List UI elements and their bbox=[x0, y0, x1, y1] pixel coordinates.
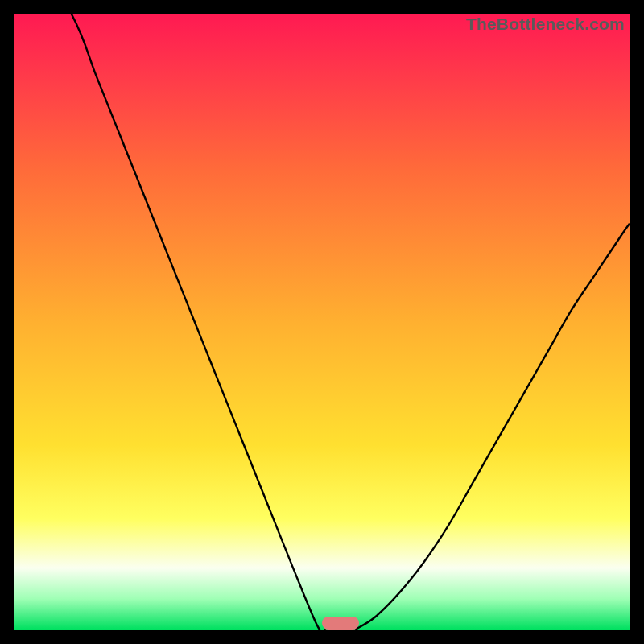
bottleneck-curve-left bbox=[14, 14, 326, 630]
plot-area: TheBottleneck.com bbox=[14, 14, 630, 630]
chart-frame: TheBottleneck.com bbox=[0, 0, 644, 644]
bottleneck-curve-right bbox=[355, 224, 630, 630]
optimum-marker bbox=[322, 617, 359, 630]
bottleneck-curve-svg bbox=[14, 14, 630, 630]
